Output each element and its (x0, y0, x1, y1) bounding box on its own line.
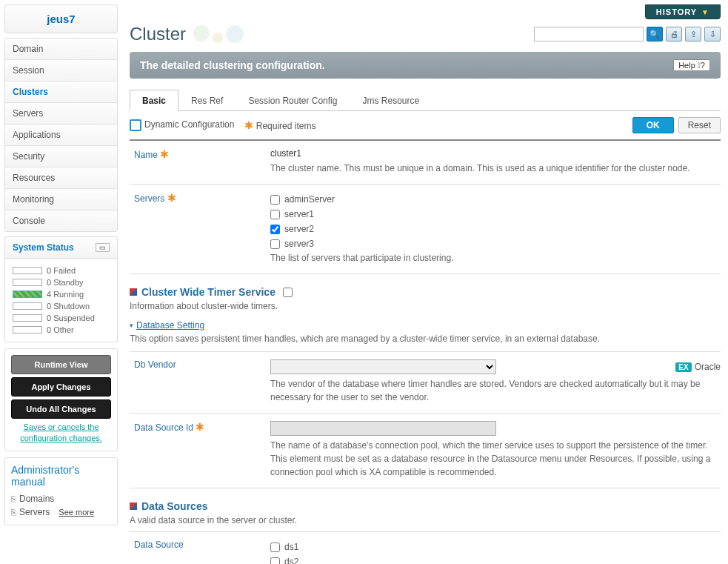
flag-icon (130, 288, 137, 296)
manual-title: Administrator's manual (11, 464, 111, 488)
see-more-link[interactable]: See more (59, 508, 94, 517)
nav-item-domain[interactable]: Domain (5, 39, 117, 60)
tab-jms-resource[interactable]: Jms Resource (350, 90, 432, 111)
ds-id-desc: The name of a database's connection pool… (270, 439, 721, 479)
status-box: 0 Failed0 Standby4 Running0 Shutdown0 Su… (4, 259, 118, 342)
nav-item-clusters[interactable]: Clusters (5, 82, 117, 103)
nav-menu: DomainSessionClustersServersApplications… (4, 38, 118, 232)
chevron-down-icon: ▼ (701, 8, 709, 16)
name-label: Name ✱ (130, 148, 270, 175)
db-vendor-desc: The vendor of the database where timer h… (270, 377, 721, 404)
ds-label: Data Source (130, 540, 270, 564)
db-vendor-label: Db Vendor (130, 359, 270, 404)
manual-link-domains[interactable]: ⎘Domains (11, 492, 111, 505)
timer-service-checkbox[interactable] (283, 288, 293, 297)
nav-item-monitoring[interactable]: Monitoring (5, 189, 117, 210)
doc-icon: ⎘ (11, 508, 16, 517)
system-status-title: System Status (13, 242, 74, 253)
legend-required: ✱ Required items (244, 119, 315, 131)
ds-id-label: Data Source Id ✱ (130, 421, 270, 479)
doc-icon: ⎘ (11, 494, 16, 503)
status-bar-icon (13, 314, 42, 322)
timer-desc: Information about cluster-wide timers. (130, 301, 721, 311)
flag-icon (130, 502, 137, 510)
system-status-icon: ▭ (96, 243, 110, 252)
nav-item-security[interactable]: Security (5, 146, 117, 167)
name-value: cluster1 (270, 148, 721, 159)
server-checkbox-server3[interactable] (270, 239, 280, 249)
history-label: HISTORY (656, 7, 697, 16)
print-icon[interactable]: 🖨 (666, 27, 682, 42)
status-row-running: 4 Running (13, 288, 110, 300)
server-option-label: adminServer (284, 194, 335, 205)
tab-res-ref[interactable]: Res Ref (178, 90, 236, 111)
tab-basic[interactable]: Basic (130, 90, 178, 111)
search-input[interactable] (534, 27, 644, 42)
ds-option-label: ds2 (284, 557, 298, 564)
ds-option-label: ds1 (284, 542, 298, 552)
timer-section-title: Cluster Wide Timer Service (130, 286, 721, 298)
name-desc: The cluster name. This must be unique in… (270, 162, 721, 175)
ds-checkbox-ds2[interactable] (270, 557, 280, 565)
status-row-shutdown: 0 Shutdown (13, 300, 110, 312)
database-setting-toggle[interactable]: Database Setting (130, 320, 721, 331)
sidebar: jeus7 DomainSessionClustersServersApplic… (0, 0, 122, 564)
banner: The detailed clustering configuration. H… (130, 52, 721, 79)
apply-changes-button[interactable]: Apply Changes (11, 377, 111, 397)
status-bar-icon (13, 291, 42, 298)
undo-changes-button[interactable]: Undo All Changes (11, 399, 111, 419)
page-title: Cluster (130, 24, 186, 44)
status-bar-icon (13, 279, 42, 286)
help-button[interactable]: Help ⃝? (673, 59, 710, 71)
nav-item-resources[interactable]: Resources (5, 167, 117, 189)
server-checkbox-adminServer[interactable] (270, 195, 280, 205)
servers-desc: The list of servers that participate in … (270, 251, 721, 265)
status-row-standby: 0 Standby (13, 276, 110, 288)
history-button[interactable]: HISTORY ▼ (645, 4, 721, 19)
status-bar-icon (13, 302, 42, 310)
nav-item-applications[interactable]: Applications (5, 125, 117, 146)
ok-button[interactable]: OK (632, 117, 674, 133)
servers-label: Servers ✱ (130, 192, 270, 265)
export-up-icon[interactable]: ⇪ (685, 27, 701, 42)
system-status-header: System Status ▭ (4, 236, 118, 259)
datasources-section-title: Data Sources (130, 500, 721, 512)
search-icon[interactable]: 🔍 (647, 27, 663, 42)
save-cancel-link[interactable]: Saves or cancels the configuration chang… (11, 422, 111, 445)
title-decoration (193, 25, 244, 43)
content: HISTORY ▼ Cluster 🔍 🖨 ⇪ ⇩ The detailed c… (122, 0, 728, 564)
datasources-desc: A valid data source in the server or clu… (130, 515, 721, 532)
status-row-other: 0 Other (13, 324, 110, 336)
status-row-suspended: 0 Suspended (13, 312, 110, 324)
manual-box: Administrator's manual ⎘Domains⎘ServersS… (4, 457, 118, 525)
nav-item-session[interactable]: Session (5, 60, 117, 82)
runtime-view-button[interactable]: Runtime View (11, 355, 111, 374)
server-checkbox-server1[interactable] (270, 210, 280, 219)
server-option-label: server2 (284, 224, 314, 234)
status-row-failed: 0 Failed (13, 265, 110, 276)
server-checkbox-server2[interactable] (270, 225, 280, 234)
tabs: BasicRes RefSession Router ConfigJms Res… (130, 89, 721, 111)
nav-item-servers[interactable]: Servers (5, 103, 117, 125)
db-vendor-select[interactable] (270, 359, 496, 374)
db-vendor-example: EXOracle (675, 362, 721, 372)
status-bar-icon (13, 267, 42, 274)
ds-checkbox-ds1[interactable] (270, 543, 280, 552)
export-down-icon[interactable]: ⇩ (704, 27, 721, 42)
tab-session-router-config[interactable]: Session Router Config (236, 90, 350, 111)
status-bar-icon (13, 326, 42, 334)
server-option-label: server3 (284, 239, 314, 249)
db-setting-desc: This option saves persistent timer handl… (130, 334, 721, 352)
server-option-label: server1 (284, 209, 314, 219)
legend-dynamic: Dynamic Configuration (130, 119, 234, 131)
ds-id-input[interactable] (270, 421, 496, 436)
manual-link-servers[interactable]: ⎘ServersSee more (11, 505, 111, 519)
reset-button[interactable]: Reset (678, 117, 721, 133)
banner-text: The detailed clustering configuration. (140, 59, 325, 71)
nav-item-console[interactable]: Console (5, 210, 117, 231)
sidebar-header[interactable]: jeus7 (4, 4, 118, 33)
